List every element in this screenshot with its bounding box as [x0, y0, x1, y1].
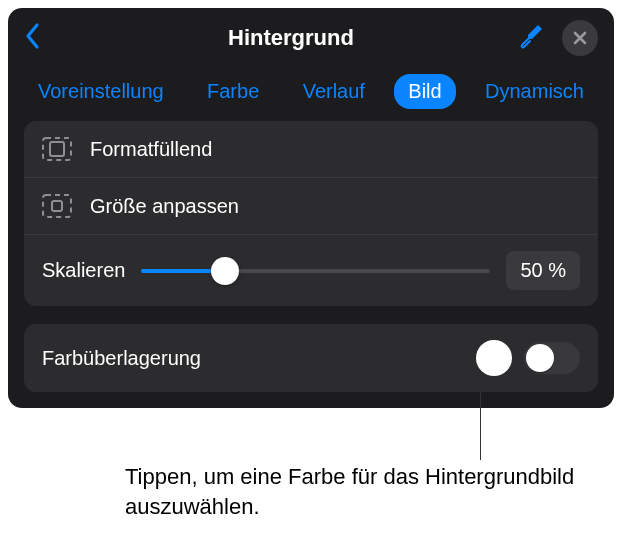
- tab-preset[interactable]: Voreinstellung: [24, 74, 178, 109]
- fit-label: Größe anpassen: [90, 195, 239, 218]
- tab-dynamic[interactable]: Dynamisch: [471, 74, 598, 109]
- svg-rect-2: [43, 195, 71, 217]
- callout-text: Tippen, um eine Farbe für das Hintergrun…: [125, 462, 595, 521]
- svg-rect-1: [50, 142, 64, 156]
- eyedropper-icon[interactable]: [518, 23, 544, 53]
- color-overlay-row: Farbüberlagerung: [24, 324, 598, 392]
- color-overlay-label: Farbüberlagerung: [42, 347, 201, 370]
- tab-color[interactable]: Farbe: [193, 74, 273, 109]
- callout-leader-line: [480, 390, 481, 460]
- scale-value[interactable]: 50 %: [506, 251, 580, 290]
- fill-screen-row[interactable]: Formatfüllend: [24, 121, 598, 177]
- scale-slider[interactable]: [141, 257, 490, 285]
- close-button[interactable]: [562, 20, 598, 56]
- header: Hintergrund: [8, 8, 614, 66]
- background-panel: Hintergrund Voreinstellung Farbe Verlauf…: [8, 8, 614, 408]
- scale-label: Skalieren: [42, 259, 125, 282]
- fit-icon: [42, 194, 72, 218]
- color-overlay-swatch[interactable]: [476, 340, 512, 376]
- fit-row[interactable]: Größe anpassen: [24, 177, 598, 234]
- fill-mode-group: Formatfüllend Größe anpassen Skalieren 5…: [24, 121, 598, 306]
- tab-bar: Voreinstellung Farbe Verlauf Bild Dynami…: [8, 66, 614, 121]
- fill-screen-label: Formatfüllend: [90, 138, 212, 161]
- svg-rect-3: [52, 201, 62, 211]
- tab-image[interactable]: Bild: [394, 74, 455, 109]
- page-title: Hintergrund: [84, 25, 498, 51]
- back-button[interactable]: [24, 22, 42, 54]
- tab-gradient[interactable]: Verlauf: [289, 74, 379, 109]
- scale-row: Skalieren 50 %: [24, 234, 598, 306]
- fill-screen-icon: [42, 137, 72, 161]
- color-overlay-toggle[interactable]: [524, 342, 580, 374]
